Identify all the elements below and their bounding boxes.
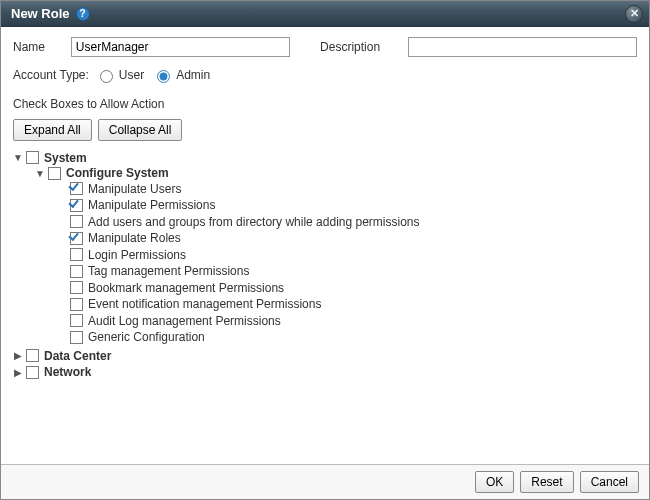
account-type-admin-radio[interactable] <box>157 70 170 83</box>
permissions-tree-scroll[interactable]: ▼System▼Configure System▶Manipulate User… <box>13 149 637 460</box>
tree-row: ▼System <box>13 151 87 165</box>
tree-row: ▶Manipulate Permissions <box>57 198 215 212</box>
tree-node-event-notification-management-permissions: ▶Event notification management Permissio… <box>57 296 633 313</box>
tree-row: ▼Configure System <box>35 166 169 180</box>
tree-node-bookmark-management-permissions: ▶Bookmark management Permissions <box>57 279 633 296</box>
tree-row: ▶Add users and groups from directory whi… <box>57 215 420 229</box>
tree-node-audit-log-management-permissions: ▶Audit Log management Permissions <box>57 312 633 329</box>
checkbox-audit-log-management-permissions[interactable] <box>70 314 83 327</box>
tree-label: Data Center <box>44 349 111 363</box>
name-row: Name Description <box>13 37 637 57</box>
caret-down-icon[interactable]: ▼ <box>13 152 23 163</box>
tree-label: Network <box>44 365 91 379</box>
checkbox-login-permissions[interactable] <box>70 248 83 261</box>
dialog-footer: OK Reset Cancel <box>1 464 649 499</box>
checkbox-generic-configuration[interactable] <box>70 331 83 344</box>
tree-row: ▶Network <box>13 365 91 379</box>
checkbox-configure-system[interactable] <box>48 167 61 180</box>
tree-row: ▶Audit Log management Permissions <box>57 314 281 328</box>
checkbox-event-notification-management-permissions[interactable] <box>70 298 83 311</box>
tree-row: ▶Manipulate Roles <box>57 231 181 245</box>
permissions-tree: ▼System▼Configure System▶Manipulate User… <box>13 149 633 380</box>
tree-row: ▶Manipulate Users <box>57 182 181 196</box>
tree-label: Generic Configuration <box>88 330 205 344</box>
tree-label: Event notification management Permission… <box>88 297 321 311</box>
close-icon[interactable]: ✕ <box>625 5 643 23</box>
cancel-button[interactable]: Cancel <box>580 471 639 493</box>
checkbox-network[interactable] <box>26 366 39 379</box>
tree-node-generic-configuration: ▶Generic Configuration <box>57 329 633 346</box>
tree-label: Manipulate Users <box>88 182 181 196</box>
tree-label: Manipulate Permissions <box>88 198 215 212</box>
account-type-label: Account Type: <box>13 68 89 82</box>
tree-children: ▶Manipulate Users▶Manipulate Permissions… <box>35 180 633 345</box>
caret-down-icon[interactable]: ▼ <box>35 168 45 179</box>
checkbox-manipulate-permissions[interactable] <box>70 199 83 212</box>
tree-label: Audit Log management Permissions <box>88 314 281 328</box>
tree-node-configure-system: ▼Configure System▶Manipulate Users▶Manip… <box>35 165 633 347</box>
tree-node-system: ▼System▼Configure System▶Manipulate User… <box>13 149 633 347</box>
tree-row: ▶Event notification management Permissio… <box>57 297 321 311</box>
tree-children: ▼Configure System▶Manipulate Users▶Manip… <box>13 165 633 347</box>
titlebar: New Role ? ✕ <box>1 1 649 27</box>
checkbox-system[interactable] <box>26 151 39 164</box>
new-role-dialog: New Role ? ✕ Name Description Account Ty… <box>0 0 650 500</box>
account-type-row: Account Type: User Admin <box>13 67 637 83</box>
account-type-user-text: User <box>119 68 144 82</box>
name-label: Name <box>13 40 63 54</box>
checkbox-manipulate-roles[interactable] <box>70 232 83 245</box>
tree-label: Manipulate Roles <box>88 231 181 245</box>
tree-row: ▶Login Permissions <box>57 248 186 262</box>
tree-node-manipulate-roles: ▶Manipulate Roles <box>57 230 633 247</box>
account-type-admin-option[interactable]: Admin <box>152 67 210 83</box>
account-type-user-option[interactable]: User <box>95 67 144 83</box>
permissions-heading: Check Boxes to Allow Action <box>13 97 637 111</box>
expand-all-button[interactable]: Expand All <box>13 119 92 141</box>
description-input[interactable] <box>408 37 637 57</box>
checkbox-tag-management-permissions[interactable] <box>70 265 83 278</box>
dialog-title: New Role <box>11 6 70 21</box>
tree-row: ▶Bookmark management Permissions <box>57 281 284 295</box>
tree-node-login-permissions: ▶Login Permissions <box>57 246 633 263</box>
tree-label: Tag management Permissions <box>88 264 249 278</box>
checkbox-bookmark-management-permissions[interactable] <box>70 281 83 294</box>
ok-button[interactable]: OK <box>475 471 514 493</box>
checkbox-manipulate-users[interactable] <box>70 182 83 195</box>
account-type-admin-text: Admin <box>176 68 210 82</box>
tree-label: System <box>44 151 87 165</box>
tree-node-tag-management-permissions: ▶Tag management Permissions <box>57 263 633 280</box>
tree-label: Configure System <box>66 166 169 180</box>
tree-label: Bookmark management Permissions <box>88 281 284 295</box>
tree-node-add-users-groups-directory: ▶Add users and groups from directory whi… <box>57 213 633 230</box>
help-icon[interactable]: ? <box>76 7 90 21</box>
tree-label: Add users and groups from directory whil… <box>88 215 420 229</box>
tree-label: Login Permissions <box>88 248 186 262</box>
caret-right-icon[interactable]: ▶ <box>13 367 23 378</box>
description-label: Description <box>320 40 400 54</box>
tree-node-manipulate-permissions: ▶Manipulate Permissions <box>57 197 633 214</box>
tree-node-data-center: ▶Data Center <box>13 347 633 364</box>
checkbox-add-users-groups-directory[interactable] <box>70 215 83 228</box>
tree-row: ▶Generic Configuration <box>57 330 205 344</box>
collapse-all-button[interactable]: Collapse All <box>98 119 183 141</box>
dialog-body: Name Description Account Type: User Admi… <box>1 27 649 464</box>
tree-row: ▶Data Center <box>13 349 111 363</box>
caret-right-icon[interactable]: ▶ <box>13 350 23 361</box>
tree-node-network: ▶Network <box>13 364 633 381</box>
checkbox-data-center[interactable] <box>26 349 39 362</box>
tree-buttons: Expand All Collapse All <box>13 119 637 141</box>
account-type-user-radio[interactable] <box>100 70 113 83</box>
reset-button[interactable]: Reset <box>520 471 573 493</box>
tree-node-manipulate-users: ▶Manipulate Users <box>57 180 633 197</box>
name-input[interactable] <box>71 37 290 57</box>
tree-row: ▶Tag management Permissions <box>57 264 249 278</box>
